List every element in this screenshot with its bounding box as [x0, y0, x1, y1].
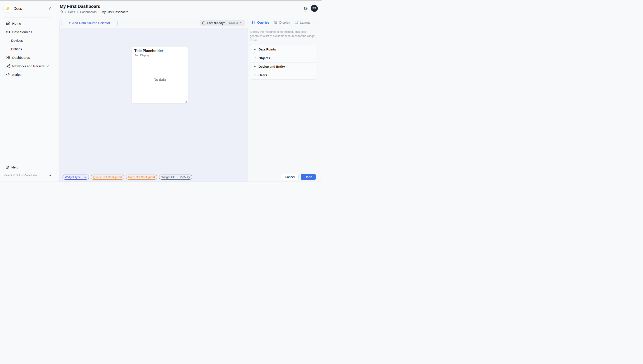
accordion-section-objects[interactable]: Objects	[250, 54, 316, 62]
breadcrumb-item-current: My First Dashboard	[102, 10, 128, 14]
divider	[227, 21, 227, 25]
timezone-label: GMT-3	[229, 21, 238, 24]
inspector-tabs: Queries Display Layout	[249, 18, 316, 27]
yellow-blob-icon	[5, 6, 10, 11]
avatar[interactable]: SS	[311, 5, 318, 12]
query-status-badge: Query: Not Configured	[91, 174, 124, 180]
accordion-section-label: Device and Entity	[258, 65, 285, 68]
route-icon	[274, 20, 277, 24]
chevrons-up-down-icon	[49, 7, 52, 11]
sidebar-item-help[interactable]: Help	[2, 163, 54, 171]
window-bottom-edge	[0, 182, 322, 182]
sidebar-item-label: Networks and Parsers	[12, 64, 45, 68]
sidebar-item-networks-and-parsers[interactable]: Networks and Parsers	[2, 62, 54, 70]
plus-icon: +	[69, 21, 71, 25]
copy-icon	[187, 176, 190, 178]
accordion-section-label: Users	[258, 74, 267, 77]
query-status-badge-label: Query: Not Configured	[93, 176, 122, 179]
broadcast-icon	[6, 30, 10, 34]
widget-id-badge: Widget ID: ••••15a5	[159, 174, 192, 180]
sidebar: Docs Home Data Sources Devices Entities …	[0, 0, 56, 182]
sidebar-item-entities[interactable]: Entities	[2, 45, 54, 53]
widget-title: Title Placeholder	[134, 49, 185, 53]
notifications-button[interactable]	[302, 5, 309, 12]
accordion-section-label: Objects	[258, 56, 270, 60]
accordion-section-users[interactable]: Users	[250, 71, 316, 79]
collapse-sidebar-button[interactable]	[49, 174, 53, 177]
workspace-name: Docs	[14, 6, 49, 11]
add-data-source-selector-label: Add Data Source Selector	[72, 21, 110, 25]
sidebar-item-label: Scripts	[12, 73, 22, 76]
grid-icon	[6, 56, 10, 60]
home-icon	[6, 21, 10, 26]
chevron-down-icon	[46, 64, 49, 68]
breadcrumb: › Docs › Dashboards › My First Dashboard	[60, 10, 128, 14]
sidebar-item-scripts[interactable]: Scripts	[2, 70, 54, 78]
breadcrumb-item-docs[interactable]: Docs	[68, 10, 75, 14]
tab-layout[interactable]: Layout	[292, 18, 312, 27]
resource-accordion: Data Points Objects Device and Entity Us…	[250, 45, 316, 80]
widget-tile[interactable]: Title Placeholder Sub Display No data	[132, 46, 188, 104]
sidebar-item-label: Entities	[11, 47, 22, 51]
info-icon	[6, 166, 9, 169]
tab-queries[interactable]: Queries	[249, 18, 272, 27]
widget-empty-state: No data	[132, 56, 188, 103]
path-status-badge: Path: Not Configured	[126, 174, 157, 180]
widget-status-badges: Widget Type: Tile Query: Not Configured …	[63, 174, 192, 180]
sidebar-item-label: Dashboards	[12, 56, 30, 60]
done-button[interactable]: Done	[301, 174, 316, 180]
dashboard-editor-canvas: + Add Data Source Selector Last 90 days …	[60, 18, 248, 182]
accordion-section-device-and-entity[interactable]: Device and Entity	[250, 62, 316, 71]
widget-header: Title Placeholder Sub Display	[132, 46, 188, 57]
sidebar-item-dashboards[interactable]: Dashboards	[2, 54, 54, 62]
inbox-icon	[304, 6, 307, 10]
breadcrumb-separator: ›	[77, 10, 78, 14]
database-icon	[252, 20, 255, 24]
page-header: My First Dashboard › Docs › Dashboards ›…	[56, 0, 322, 18]
tab-label: Display	[279, 20, 290, 24]
copy-widget-id-button[interactable]	[187, 176, 190, 178]
sidebar-item-label: Home	[12, 22, 21, 25]
sidebar-item-label: Devices	[11, 39, 23, 42]
tab-display[interactable]: Display	[272, 18, 292, 27]
sidebar-item-home[interactable]: Home	[2, 20, 54, 27]
widget-type-badge: Widget Type: Tile	[63, 174, 89, 180]
accordion-section-data-points[interactable]: Data Points	[250, 45, 316, 54]
page-title: My First Dashboard	[60, 4, 101, 9]
chevron-down-icon	[253, 56, 256, 60]
breadcrumb-item-dashboards[interactable]: Dashboards	[80, 10, 97, 14]
cancel-button[interactable]: Cancel	[281, 174, 298, 180]
accordion-section-label: Data Points	[258, 48, 276, 51]
app-logo	[4, 5, 11, 13]
sidebar-nav: Home Data Sources Devices Entities Dashb…	[2, 20, 54, 78]
header-actions: SS	[302, 5, 318, 12]
canvas-toolbar: + Add Data Source Selector Last 90 days …	[60, 18, 248, 28]
widget-id-badge-label: Widget ID: ••••15a5	[161, 176, 186, 179]
time-range-label: Last 90 days	[207, 21, 225, 25]
workspace-switcher[interactable]: Docs	[0, 0, 56, 17]
tab-label: Queries	[257, 20, 269, 24]
widget-inspector-panel: Queries Display Layout Specify the resou…	[248, 18, 322, 182]
app-window-icon	[294, 20, 298, 24]
sidebar-item-devices[interactable]: Devices	[2, 36, 54, 44]
breadcrumb-home-icon[interactable]	[60, 10, 63, 14]
widget-resize-handle[interactable]	[185, 101, 187, 102]
path-status-badge-label: Path: Not Configured	[128, 176, 155, 179]
sidebar-footer: Valeiot v1.3.9 · © Vale Labs	[4, 174, 53, 177]
chevron-down-icon	[240, 21, 243, 24]
time-range-selector[interactable]: Last 90 days GMT-3	[200, 20, 245, 26]
chevron-down-icon	[253, 65, 256, 68]
breadcrumb-separator: ›	[65, 10, 66, 14]
code-icon	[6, 72, 10, 77]
share-nodes-icon	[6, 64, 10, 68]
breadcrumb-separator: ›	[98, 10, 100, 14]
add-data-source-selector-button[interactable]: + Add Data Source Selector	[61, 20, 117, 26]
help-label: Help	[11, 166, 19, 169]
widget-type-badge-label: Widget Type: Tile	[65, 176, 87, 179]
sidebar-item-data-sources[interactable]: Data Sources	[2, 28, 54, 36]
sidebar-divider	[4, 17, 52, 18]
subnav-guide-line	[7, 36, 7, 52]
clock-icon	[202, 21, 206, 25]
chevron-down-icon	[253, 48, 256, 51]
app-version: Valeiot v1.3.9 · © Vale Labs	[4, 174, 37, 177]
